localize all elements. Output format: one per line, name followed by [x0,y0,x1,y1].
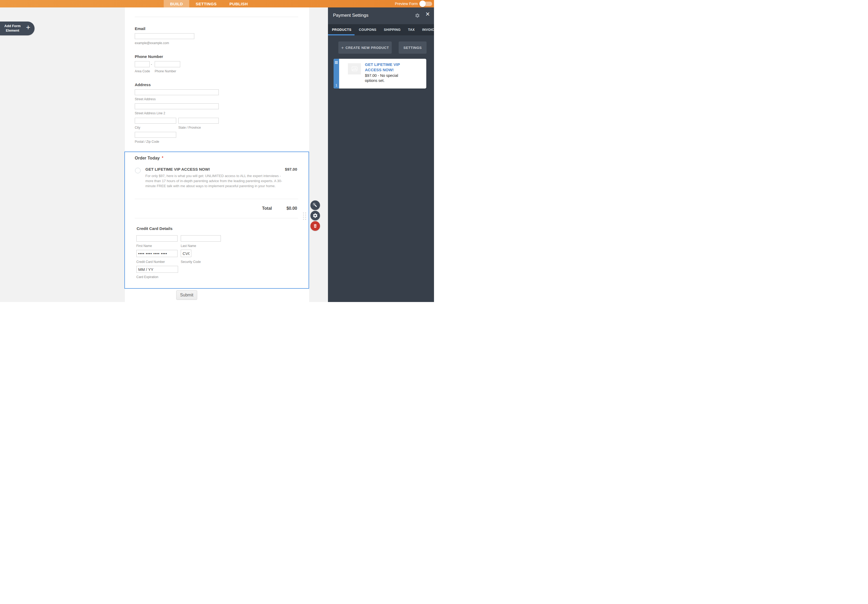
top-navigation-bar: BUILD SETTINGS PUBLISH Preview Form [0,0,434,8]
preview-form-label: Preview Form [395,2,418,6]
tab-build[interactable]: BUILD [164,0,189,8]
product-card[interactable]: 1 GET LIFETIME VIP ACCESS NOW! $97.00 - … [333,59,426,89]
panel-tab-products[interactable]: PRODUCTS [332,28,351,32]
required-asterisk: * [162,155,163,160]
add-form-element-button[interactable]: Add Form Element + [0,22,34,35]
form-canvas: Email example@example.com Phone Number -… [125,8,309,302]
zip-sublabel: Postal / Zip Code [135,140,159,144]
street-address-input[interactable] [135,89,219,95]
product-price: $97.00 [285,167,297,171]
plus-icon: + [341,45,344,50]
street-address-sublabel: Street Address [135,97,156,101]
order-field-label: Order Today* [135,156,163,161]
panel-tab-bar: PRODUCTS COUPONS SHIPPING TAX INVOICE [328,24,434,35]
cc-first-name-sublabel: First Name [136,244,152,248]
preview-form-toggle[interactable] [420,2,432,6]
cc-number-sublabel: Credit Card Number [136,260,165,264]
product-card-text: GET LIFETIME VIP ACCESS NOW! $97.00 - No… [365,62,421,84]
street-address2-input[interactable] [135,103,219,109]
plus-icon: + [26,24,30,31]
cc-first-name-input[interactable] [136,235,178,242]
toggle-knob [419,0,426,7]
active-tab-underline [328,34,355,35]
city-sublabel: City [135,126,140,129]
phone-separator: - [151,62,152,66]
panel-title: Payment Settings [333,13,368,18]
area-code-sublabel: Area Code [135,69,150,73]
cc-cvc-sublabel: Security Code [181,260,201,264]
city-input[interactable] [135,118,176,124]
cc-expiration-input[interactable] [136,266,178,273]
panel-header: Payment Settings × [328,8,434,24]
product-description: For only $97, here is what you will get:… [146,173,288,189]
cc-last-name-sublabel: Last Name [181,244,196,248]
state-sublabel: State / Province [178,126,201,129]
order-divider-bottom [135,218,298,218]
wizard-button[interactable] [310,200,320,210]
panel-close-button[interactable]: × [426,11,430,18]
gear-icon [313,213,318,218]
panel-tab-invoice[interactable]: INVOICE [422,28,434,32]
order-label-text: Order Today [135,156,160,160]
section-divider [135,17,298,17]
submit-button[interactable]: Submit [176,290,197,300]
cc-cvc-input[interactable] [181,250,191,257]
preview-form-control: Preview Form [395,0,432,8]
product-card-summary: $97.00 - No special options set. [365,73,411,84]
product-radio[interactable] [135,168,141,173]
email-field-label: Email [135,26,146,31]
address-field-label: Address [135,82,151,87]
drag-grip-icon [335,61,338,64]
street-address2-sublabel: Street Address Line 2 [135,112,165,115]
gear-icon [415,13,420,18]
total-label: Total [262,206,272,211]
create-new-product-label: CREATE NEW PRODUCT [346,46,389,50]
trash-icon [313,224,318,228]
email-input[interactable] [135,33,194,39]
state-input[interactable] [178,118,219,124]
form-builder-app: BUILD SETTINGS PUBLISH Preview Form Add … [0,0,434,302]
panel-tab-tax[interactable]: TAX [408,28,415,32]
panel-settings-button[interactable]: SETTINGS [399,42,426,54]
product-drag-strip[interactable]: 1 [333,59,339,89]
cc-number-input[interactable] [136,250,178,257]
product-name: GET LIFETIME VIP ACCESS NOW! [146,167,210,171]
element-settings-button[interactable] [310,211,320,220]
panel-gear-button[interactable] [415,13,420,19]
add-form-element-label: Add Form Element [2,24,23,33]
zip-input[interactable] [135,132,176,138]
phone-field-label: Phone Number [135,54,163,59]
phone-number-input[interactable] [155,61,180,67]
cc-last-name-input[interactable] [181,235,221,242]
create-new-product-button[interactable]: +CREATE NEW PRODUCT [338,42,392,54]
product-thumbnail [348,63,361,75]
panel-tab-shipping[interactable]: SHIPPING [384,28,400,32]
tab-publish[interactable]: PUBLISH [223,0,254,8]
credit-card-section-title: Credit Card Details [136,226,172,231]
tab-settings[interactable]: SETTINGS [189,0,223,8]
delete-element-button[interactable] [310,221,320,231]
product-card-title[interactable]: GET LIFETIME VIP ACCESS NOW! [365,62,413,73]
email-sublabel: example@example.com [135,41,169,45]
phone-number-sublabel: Phone Number [155,69,176,73]
image-placeholder-icon [351,65,358,72]
element-drag-handle[interactable] [303,213,306,220]
magic-wand-icon [312,202,318,208]
builder-mode-tabs: BUILD SETTINGS PUBLISH [164,0,254,8]
product-order-number: 1 [333,84,339,87]
total-value: $0.00 [287,206,297,211]
payment-settings-panel: Payment Settings × PRODUCTS COUPONS SHIP… [328,8,434,302]
area-code-input[interactable] [135,61,150,67]
panel-tab-coupons[interactable]: COUPONS [359,28,376,32]
cc-expiration-sublabel: Card Expiration [136,275,158,279]
